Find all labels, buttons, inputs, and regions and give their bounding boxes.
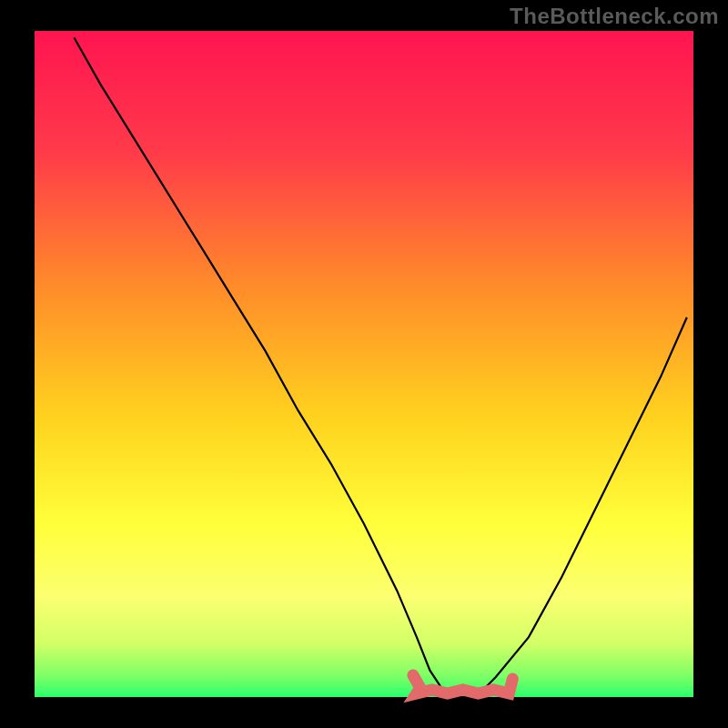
bottleneck-chart: [0, 0, 728, 728]
plot-area: [35, 31, 693, 697]
chart-frame: TheBottleneck.com: [0, 0, 728, 728]
watermark-text: TheBottleneck.com: [510, 4, 719, 29]
